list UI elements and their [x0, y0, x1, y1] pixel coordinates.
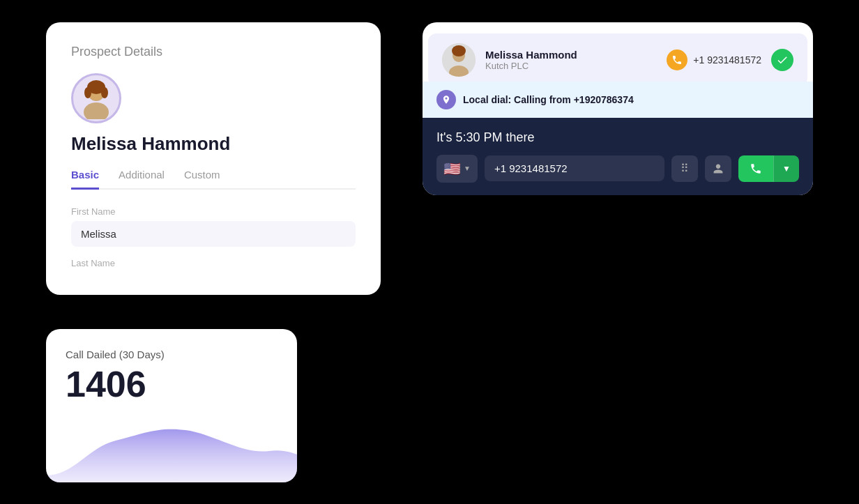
call-dialed-title: Call Dailed (30 Days) [66, 349, 278, 360]
last-name-label: Last Name [71, 258, 356, 268]
local-dial-text: Local dial: Calling from +1920786374 [463, 94, 634, 105]
svg-point-1 [84, 102, 109, 119]
flag-select[interactable]: 🇺🇸 ▼ [436, 155, 478, 183]
call-dialed-card: Call Dailed (30 Days) 1406 [46, 329, 297, 482]
prospect-card-title: Prospect Details [71, 45, 356, 59]
first-name-value: Melissa [71, 221, 356, 247]
chevron-down-icon: ▼ [464, 165, 471, 172]
contact-name-melissa: Melissa Hammond [485, 49, 657, 61]
call-count: 1406 [66, 366, 278, 402]
contact-avatar-melissa [442, 43, 476, 77]
svg-point-5 [101, 87, 108, 98]
prospect-details-card: Prospect Details Melissa Hammond Basic A… [46, 22, 381, 295]
first-name-label: First Name [71, 206, 356, 217]
location-pin-icon [436, 90, 456, 109]
contact-list-card: Melissa Hammond Kutch PLC +1 9231481572 [423, 22, 813, 195]
contact-phone-melissa: +1 9231481572 [667, 49, 761, 70]
prospect-tabs: Basic Additional Custom [71, 169, 356, 190]
contact-info-melissa: Melissa Hammond Kutch PLC [485, 49, 657, 71]
call-dropdown-button[interactable]: ▼ [773, 155, 799, 182]
local-dial-bar: Local dial: Calling from +1920786374 [423, 82, 813, 118]
flag-emoji: 🇺🇸 [443, 160, 461, 177]
call-button[interactable] [738, 155, 773, 182]
call-button-group: ▼ [738, 155, 799, 182]
dial-dark-panel: It's 5:30 PM there 🇺🇸 ▼ ⠿ [423, 118, 813, 195]
svg-point-9 [452, 45, 466, 56]
tab-custom[interactable]: Custom [184, 169, 220, 188]
check-icon-melissa [771, 49, 793, 71]
contact-row-melissa[interactable]: Melissa Hammond Kutch PLC +1 9231481572 [428, 33, 807, 86]
phone-input[interactable] [485, 155, 664, 181]
phone-number-melissa: +1 9231481572 [693, 54, 761, 66]
person-icon[interactable] [705, 155, 731, 182]
contact-company-melissa: Kutch PLC [485, 61, 657, 71]
tab-additional[interactable]: Additional [119, 169, 165, 188]
time-text: It's 5:30 PM there [436, 130, 799, 145]
tab-basic[interactable]: Basic [71, 169, 99, 190]
dial-row: 🇺🇸 ▼ ⠿ [436, 155, 799, 183]
keypad-icon[interactable]: ⠿ [671, 155, 698, 182]
wave-chart [46, 413, 297, 482]
prospect-name: Melissa Hammond [71, 133, 356, 155]
dial-panel: Local dial: Calling from +1920786374 It'… [423, 82, 813, 195]
svg-point-4 [84, 87, 91, 98]
prospect-avatar [71, 73, 121, 123]
phone-icon-melissa [667, 49, 687, 70]
